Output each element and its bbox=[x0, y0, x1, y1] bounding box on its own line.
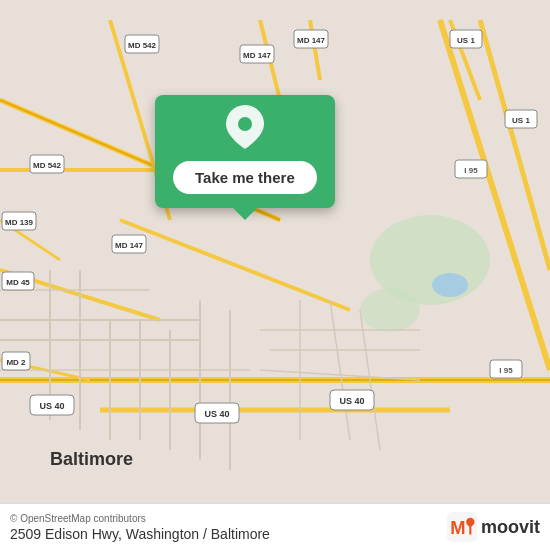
svg-text:US 40: US 40 bbox=[39, 401, 64, 411]
svg-point-3 bbox=[432, 273, 468, 297]
svg-text:US 40: US 40 bbox=[204, 409, 229, 419]
moovit-logo: M moovit bbox=[447, 512, 540, 542]
svg-point-71 bbox=[466, 518, 474, 526]
take-me-there-button[interactable]: Take me there bbox=[173, 161, 317, 194]
moovit-icon: M bbox=[447, 512, 477, 542]
svg-text:MD 45: MD 45 bbox=[6, 278, 30, 287]
svg-text:MD 147: MD 147 bbox=[115, 241, 144, 250]
info-left: © OpenStreetMap contributors 2509 Edison… bbox=[10, 513, 270, 542]
moovit-label: moovit bbox=[481, 517, 540, 538]
address-text: 2509 Edison Hwy, Washington / Baltimore bbox=[10, 526, 270, 542]
svg-text:US 1: US 1 bbox=[512, 116, 530, 125]
svg-text:MD 147: MD 147 bbox=[243, 51, 272, 60]
svg-text:I 95: I 95 bbox=[464, 166, 478, 175]
info-bar: © OpenStreetMap contributors 2509 Edison… bbox=[0, 503, 550, 550]
svg-text:MD 542: MD 542 bbox=[33, 161, 62, 170]
popup-card: Take me there bbox=[155, 95, 335, 208]
svg-point-68 bbox=[238, 117, 252, 131]
svg-text:US 40: US 40 bbox=[339, 396, 364, 406]
svg-text:US 1: US 1 bbox=[457, 36, 475, 45]
copyright-text: © OpenStreetMap contributors bbox=[10, 513, 270, 524]
svg-text:Baltimore: Baltimore bbox=[50, 449, 133, 469]
svg-point-2 bbox=[360, 288, 420, 332]
svg-text:MD 139: MD 139 bbox=[5, 218, 34, 227]
svg-text:MD 2: MD 2 bbox=[6, 358, 26, 367]
location-pin-icon bbox=[226, 105, 264, 153]
svg-text:MD 147: MD 147 bbox=[297, 36, 326, 45]
map-container: US 40 US 40 US 40 MD 147 MD 147 MD 542 M… bbox=[0, 0, 550, 550]
svg-text:I 95: I 95 bbox=[499, 366, 513, 375]
map-background: US 40 US 40 US 40 MD 147 MD 147 MD 542 M… bbox=[0, 0, 550, 550]
svg-text:M: M bbox=[450, 517, 465, 538]
svg-text:MD 542: MD 542 bbox=[128, 41, 157, 50]
